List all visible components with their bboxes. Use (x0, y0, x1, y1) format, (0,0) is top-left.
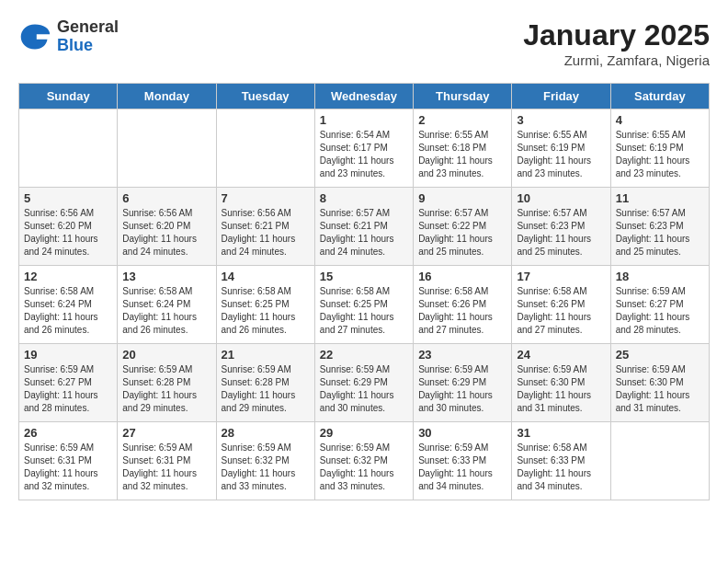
logo-blue-text: Blue (57, 37, 119, 55)
day-info: Sunrise: 6:56 AM Sunset: 6:20 PM Dayligh… (122, 207, 210, 259)
week-row-4: 19Sunrise: 6:59 AM Sunset: 6:27 PM Dayli… (19, 344, 710, 422)
day-number: 1 (320, 113, 408, 127)
day-header-saturday: Saturday (610, 84, 709, 109)
day-number: 11 (616, 191, 704, 205)
day-info: Sunrise: 6:58 AM Sunset: 6:24 PM Dayligh… (24, 285, 112, 337)
day-number: 16 (418, 270, 506, 283)
day-cell: 21Sunrise: 6:59 AM Sunset: 6:28 PM Dayli… (216, 344, 314, 422)
day-info: Sunrise: 6:59 AM Sunset: 6:28 PM Dayligh… (222, 363, 310, 415)
day-number: 8 (320, 191, 408, 205)
day-cell: 5Sunrise: 6:56 AM Sunset: 6:20 PM Daylig… (19, 188, 118, 266)
day-info: Sunrise: 6:59 AM Sunset: 6:32 PM Dayligh… (320, 442, 408, 493)
day-cell: 22Sunrise: 6:59 AM Sunset: 6:29 PM Dayli… (314, 344, 413, 422)
day-number: 17 (517, 270, 605, 283)
day-cell: 6Sunrise: 6:56 AM Sunset: 6:20 PM Daylig… (118, 188, 216, 266)
day-cell: 24Sunrise: 6:59 AM Sunset: 6:30 PM Dayli… (512, 344, 610, 422)
day-cell: 8Sunrise: 6:57 AM Sunset: 6:21 PM Daylig… (314, 188, 413, 266)
page-header: General Blue January 2025 Zurmi, Zamfara… (18, 18, 710, 68)
day-info: Sunrise: 6:59 AM Sunset: 6:27 PM Dayligh… (616, 285, 704, 337)
day-number: 9 (418, 191, 506, 205)
day-info: Sunrise: 6:56 AM Sunset: 6:20 PM Dayligh… (24, 207, 112, 259)
day-info: Sunrise: 6:57 AM Sunset: 6:21 PM Dayligh… (320, 207, 408, 259)
week-row-1: 1Sunrise: 6:54 AM Sunset: 6:17 PM Daylig… (19, 109, 710, 188)
day-number: 12 (24, 270, 112, 283)
day-number: 21 (222, 348, 310, 362)
day-info: Sunrise: 6:59 AM Sunset: 6:31 PM Dayligh… (24, 442, 112, 493)
day-cell: 7Sunrise: 6:56 AM Sunset: 6:21 PM Daylig… (216, 188, 314, 266)
day-cell: 10Sunrise: 6:57 AM Sunset: 6:23 PM Dayli… (512, 188, 610, 266)
week-row-2: 5Sunrise: 6:56 AM Sunset: 6:20 PM Daylig… (19, 188, 710, 266)
logo: General Blue (18, 18, 119, 55)
day-info: Sunrise: 6:57 AM Sunset: 6:23 PM Dayligh… (616, 207, 704, 259)
day-cell: 18Sunrise: 6:59 AM Sunset: 6:27 PM Dayli… (610, 266, 709, 344)
logo-icon (18, 20, 51, 53)
day-info: Sunrise: 6:59 AM Sunset: 6:30 PM Dayligh… (517, 363, 605, 415)
week-row-5: 26Sunrise: 6:59 AM Sunset: 6:31 PM Dayli… (19, 422, 710, 500)
day-cell: 23Sunrise: 6:59 AM Sunset: 6:29 PM Dayli… (414, 344, 512, 422)
day-number: 14 (222, 270, 310, 283)
day-header-friday: Friday (512, 84, 610, 109)
day-number: 23 (418, 348, 506, 362)
day-cell: 4Sunrise: 6:55 AM Sunset: 6:19 PM Daylig… (610, 109, 709, 188)
day-number: 15 (320, 270, 408, 283)
day-info: Sunrise: 6:56 AM Sunset: 6:21 PM Dayligh… (222, 207, 310, 259)
day-info: Sunrise: 6:58 AM Sunset: 6:26 PM Dayligh… (418, 285, 506, 337)
location-title: Zurmi, Zamfara, Nigeria (523, 52, 710, 68)
day-info: Sunrise: 6:59 AM Sunset: 6:29 PM Dayligh… (418, 363, 506, 415)
day-cell: 15Sunrise: 6:58 AM Sunset: 6:25 PM Dayli… (314, 266, 413, 344)
day-number: 10 (517, 191, 605, 205)
day-header-tuesday: Tuesday (216, 84, 314, 109)
day-number: 13 (122, 270, 210, 283)
day-info: Sunrise: 6:57 AM Sunset: 6:23 PM Dayligh… (517, 207, 605, 259)
logo-text: General Blue (57, 18, 119, 55)
day-info: Sunrise: 6:59 AM Sunset: 6:32 PM Dayligh… (222, 442, 310, 493)
day-number: 3 (517, 113, 605, 127)
day-number: 24 (517, 348, 605, 362)
day-cell: 29Sunrise: 6:59 AM Sunset: 6:32 PM Dayli… (314, 422, 413, 500)
calendar-table: SundayMondayTuesdayWednesdayThursdayFrid… (18, 83, 710, 500)
day-cell: 26Sunrise: 6:59 AM Sunset: 6:31 PM Dayli… (19, 422, 118, 500)
day-cell: 16Sunrise: 6:58 AM Sunset: 6:26 PM Dayli… (414, 266, 512, 344)
day-info: Sunrise: 6:59 AM Sunset: 6:27 PM Dayligh… (24, 363, 112, 415)
day-info: Sunrise: 6:57 AM Sunset: 6:22 PM Dayligh… (418, 207, 506, 259)
day-number: 19 (24, 348, 112, 362)
day-cell: 12Sunrise: 6:58 AM Sunset: 6:24 PM Dayli… (19, 266, 118, 344)
day-info: Sunrise: 6:58 AM Sunset: 6:33 PM Dayligh… (517, 442, 605, 493)
day-number: 20 (122, 348, 210, 362)
day-number: 2 (418, 113, 506, 127)
day-cell: 11Sunrise: 6:57 AM Sunset: 6:23 PM Dayli… (610, 188, 709, 266)
day-number: 29 (320, 426, 408, 440)
day-cell: 3Sunrise: 6:55 AM Sunset: 6:19 PM Daylig… (512, 109, 610, 188)
day-cell: 14Sunrise: 6:58 AM Sunset: 6:25 PM Dayli… (216, 266, 314, 344)
day-cell: 2Sunrise: 6:55 AM Sunset: 6:18 PM Daylig… (414, 109, 512, 188)
day-info: Sunrise: 6:55 AM Sunset: 6:18 PM Dayligh… (418, 129, 506, 180)
day-header-sunday: Sunday (19, 84, 118, 109)
day-number: 6 (122, 191, 210, 205)
day-info: Sunrise: 6:54 AM Sunset: 6:17 PM Dayligh… (320, 129, 408, 180)
day-cell: 19Sunrise: 6:59 AM Sunset: 6:27 PM Dayli… (19, 344, 118, 422)
day-cell: 13Sunrise: 6:58 AM Sunset: 6:24 PM Dayli… (118, 266, 216, 344)
day-number: 27 (122, 426, 210, 440)
day-cell: 17Sunrise: 6:58 AM Sunset: 6:26 PM Dayli… (512, 266, 610, 344)
day-info: Sunrise: 6:59 AM Sunset: 6:31 PM Dayligh… (122, 442, 210, 493)
day-cell: 20Sunrise: 6:59 AM Sunset: 6:28 PM Dayli… (118, 344, 216, 422)
day-number: 4 (616, 113, 704, 127)
day-cell: 1Sunrise: 6:54 AM Sunset: 6:17 PM Daylig… (314, 109, 413, 188)
day-number: 7 (222, 191, 310, 205)
day-info: Sunrise: 6:55 AM Sunset: 6:19 PM Dayligh… (616, 129, 704, 180)
day-info: Sunrise: 6:58 AM Sunset: 6:25 PM Dayligh… (320, 285, 408, 337)
day-number: 22 (320, 348, 408, 362)
day-cell: 9Sunrise: 6:57 AM Sunset: 6:22 PM Daylig… (414, 188, 512, 266)
day-number: 28 (222, 426, 310, 440)
day-number: 25 (616, 348, 704, 362)
day-header-monday: Monday (118, 84, 216, 109)
day-cell (118, 109, 216, 188)
day-cell: 31Sunrise: 6:58 AM Sunset: 6:33 PM Dayli… (512, 422, 610, 500)
day-cell: 28Sunrise: 6:59 AM Sunset: 6:32 PM Dayli… (216, 422, 314, 500)
day-info: Sunrise: 6:59 AM Sunset: 6:28 PM Dayligh… (122, 363, 210, 415)
day-cell (610, 422, 709, 500)
day-cell: 27Sunrise: 6:59 AM Sunset: 6:31 PM Dayli… (118, 422, 216, 500)
day-number: 5 (24, 191, 112, 205)
day-cell (19, 109, 118, 188)
day-number: 31 (517, 426, 605, 440)
